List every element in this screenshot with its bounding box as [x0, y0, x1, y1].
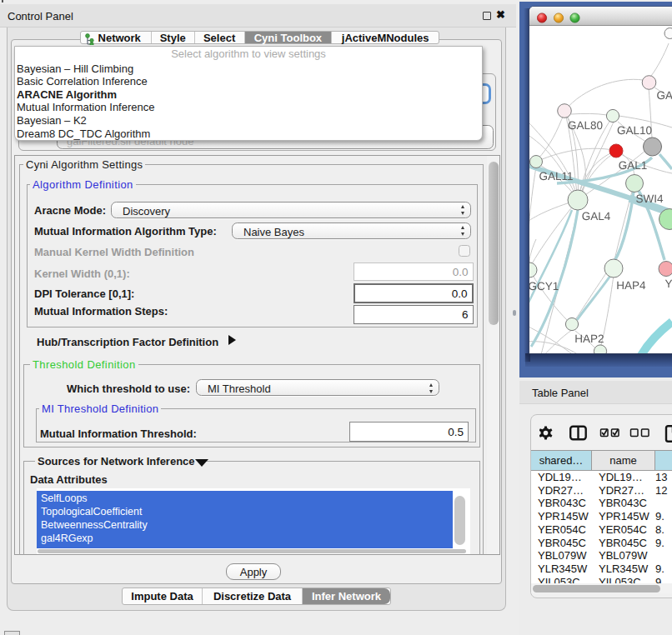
svg-text:GAL4: GAL4: [582, 210, 611, 222]
svg-text:SWI4: SWI4: [635, 192, 664, 205]
svg-text:GAL: GAL: [657, 89, 672, 102]
svg-text:HAP2: HAP2: [574, 332, 604, 345]
svg-text:GAL80: GAL80: [568, 119, 603, 132]
svg-text:HAP4: HAP4: [616, 279, 646, 292]
svg-text:GAL11: GAL11: [539, 170, 573, 182]
svg-text:GCY1: GCY1: [529, 280, 559, 292]
svg-text:GAL1: GAL1: [619, 159, 648, 172]
svg-text:GAL10: GAL10: [617, 124, 652, 137]
svg-text:Y: Y: [664, 278, 672, 290]
